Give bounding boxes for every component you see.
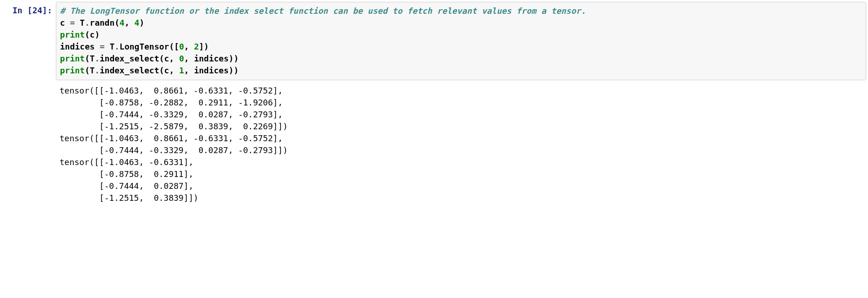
cell-output: tensor([[-1.0463, 0.8661, -0.6331, -0.57… (56, 80, 866, 204)
code-cell-input[interactable]: # The LongTensor function or the index s… (56, 2, 866, 80)
prompt-bracket-close: ]: (42, 6, 52, 15)
prompt-bracket-open: [ (27, 6, 33, 15)
cell-main: # The LongTensor function or the index s… (56, 2, 866, 204)
code-comment: # The LongTensor function or the index s… (60, 6, 586, 16)
prompt-number: 24 (33, 6, 43, 15)
notebook-cell: In [24]: # The LongTensor function or th… (2, 2, 866, 204)
input-prompt: In [24]: (2, 2, 56, 17)
prompt-in-label: In (12, 6, 27, 15)
